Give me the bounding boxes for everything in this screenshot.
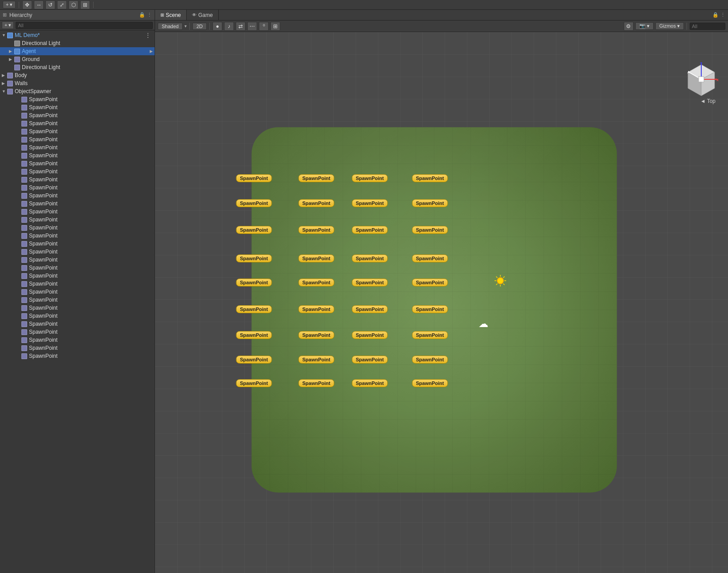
tree-item-sp7[interactable]: SpawnPoint (0, 143, 155, 151)
settings-btn[interactable]: ⚙ (624, 22, 634, 31)
hierarchy-add-btn[interactable]: + ▾ (2, 21, 14, 29)
tree-item-dir-light-2[interactable]: Directional Light (0, 63, 155, 71)
tree-item-dir-light-1[interactable]: Directional Light (0, 39, 155, 47)
spawn-point-label[interactable]: SpawnPoint (412, 305, 448, 313)
more-options-icon[interactable]: ⋮ (147, 12, 152, 18)
tree-item-sp19[interactable]: SpawnPoint (0, 240, 155, 248)
scene-viewport[interactable]: SpawnPointSpawnPointSpawnPointSpawnPoint… (155, 32, 728, 573)
spawn-point-label[interactable]: SpawnPoint (352, 278, 388, 286)
tree-item-sp11[interactable]: SpawnPoint (0, 176, 155, 184)
spawn-point-label[interactable]: SpawnPoint (352, 254, 388, 262)
spawn-point-label[interactable]: SpawnPoint (299, 174, 335, 182)
spawn-point-label[interactable]: SpawnPoint (236, 331, 272, 339)
tree-item-sp30[interactable]: SpawnPoint (0, 328, 155, 336)
spawn-point-label[interactable]: SpawnPoint (412, 226, 448, 234)
tree-item-sp31[interactable]: SpawnPoint (0, 336, 155, 344)
spawn-point-label[interactable]: SpawnPoint (299, 331, 335, 339)
2d-mode-btn[interactable]: 2D (192, 23, 207, 30)
tree-item-object-spawner[interactable]: ▼ObjectSpawner (0, 87, 155, 95)
tree-item-sp13[interactable]: SpawnPoint (0, 192, 155, 200)
shading-mode-btn[interactable]: Shaded (158, 23, 183, 30)
shading-dropdown-arrow[interactable]: ▾ (184, 24, 187, 29)
tree-item-sp15[interactable]: SpawnPoint (0, 208, 155, 216)
scene-more-icon[interactable]: ⋮ (720, 12, 725, 18)
spawn-point-label[interactable]: SpawnPoint (352, 331, 388, 339)
spawn-point-label[interactable]: SpawnPoint (236, 356, 272, 364)
spawn-point-label[interactable]: SpawnPoint (352, 305, 388, 313)
spawn-point-label[interactable]: SpawnPoint (412, 174, 448, 182)
spawn-point-label[interactable]: SpawnPoint (236, 174, 272, 182)
tree-item-sp23[interactable]: SpawnPoint (0, 272, 155, 280)
gizmos-btn[interactable]: Gizmos ▾ (655, 22, 684, 30)
tree-item-sp2[interactable]: SpawnPoint (0, 103, 155, 111)
tree-item-ml-demo[interactable]: ▼ML Demo*⋮ (0, 31, 155, 39)
tree-item-sp12[interactable]: SpawnPoint (0, 184, 155, 192)
tree-item-walls[interactable]: ▶Walls (0, 79, 155, 87)
spawn-point-label[interactable]: SpawnPoint (299, 356, 335, 364)
spawn-point-label[interactable]: SpawnPoint (236, 254, 272, 262)
camera-btn[interactable]: 📷 ▾ (635, 22, 654, 30)
hierarchy-search-input[interactable] (16, 22, 153, 29)
tree-item-sp10[interactable]: SpawnPoint (0, 168, 155, 176)
tree-item-sp14[interactable]: SpawnPoint (0, 200, 155, 208)
tree-item-sp4[interactable]: SpawnPoint (0, 119, 155, 127)
spawn-point-label[interactable]: SpawnPoint (236, 226, 272, 234)
tree-item-sp9[interactable]: SpawnPoint (0, 160, 155, 168)
spawn-point-label[interactable]: SpawnPoint (412, 254, 448, 262)
tree-item-sp27[interactable]: SpawnPoint (0, 304, 155, 312)
tree-item-sp25[interactable]: SpawnPoint (0, 288, 155, 296)
spawn-point-label[interactable]: SpawnPoint (236, 199, 272, 207)
transform-tool-1[interactable]: ✥ (22, 0, 32, 9)
lock-icon[interactable]: 🔒 (139, 12, 145, 18)
transform-tool-6[interactable]: ⊞ (80, 0, 90, 9)
transform-tool-2[interactable]: ↔ (34, 0, 44, 9)
tree-item-sp16[interactable]: SpawnPoint (0, 216, 155, 224)
spawn-point-label[interactable]: SpawnPoint (299, 379, 335, 387)
tree-item-sp6[interactable]: SpawnPoint (0, 135, 155, 143)
transform-tool-4[interactable]: ⤢ (57, 0, 67, 9)
spawn-point-label[interactable]: SpawnPoint (412, 331, 448, 339)
scene-layers-btn[interactable]: ⁰ (259, 22, 269, 31)
spawn-point-label[interactable]: SpawnPoint (236, 379, 272, 387)
transform-tool-3[interactable]: ↺ (45, 0, 55, 9)
tree-item-sp21[interactable]: SpawnPoint (0, 256, 155, 264)
spawn-point-label[interactable]: SpawnPoint (299, 226, 335, 234)
spawn-point-label[interactable]: SpawnPoint (299, 199, 335, 207)
spawn-point-label[interactable]: SpawnPoint (352, 379, 388, 387)
spawn-point-label[interactable]: SpawnPoint (352, 226, 388, 234)
spawn-point-label[interactable]: SpawnPoint (299, 305, 335, 313)
tree-item-sp22[interactable]: SpawnPoint (0, 264, 155, 272)
spawn-point-label[interactable]: SpawnPoint (299, 254, 335, 262)
tree-item-sp8[interactable]: SpawnPoint (0, 151, 155, 160)
tab-game[interactable]: 👁 Game (187, 10, 219, 20)
spawn-point-label[interactable]: SpawnPoint (412, 356, 448, 364)
transform-tool-5[interactable]: ⬡ (69, 0, 78, 9)
spawn-point-label[interactable]: SpawnPoint (236, 278, 272, 286)
tree-item-agent[interactable]: ▶Agent▶ (0, 47, 155, 55)
spawn-point-label[interactable]: SpawnPoint (299, 278, 335, 286)
spawn-point-label[interactable]: SpawnPoint (412, 199, 448, 207)
tree-item-sp3[interactable]: SpawnPoint (0, 111, 155, 119)
tree-item-sp18[interactable]: SpawnPoint (0, 232, 155, 240)
tree-item-body[interactable]: ▶Body (0, 71, 155, 79)
tree-item-sp28[interactable]: SpawnPoint (0, 312, 155, 320)
spawn-point-label[interactable]: SpawnPoint (236, 305, 272, 313)
scene-lock-icon[interactable]: 🔒 (712, 12, 719, 18)
spawn-point-label[interactable]: SpawnPoint (412, 278, 448, 286)
tree-item-ground[interactable]: ▶Ground (0, 55, 155, 63)
tree-item-sp32[interactable]: SpawnPoint (0, 344, 155, 352)
tree-item-sp20[interactable]: SpawnPoint (0, 248, 155, 256)
nav-cube[interactable]: x Z (683, 62, 719, 98)
scene-audio-btn[interactable]: ♪ (224, 22, 234, 31)
tree-item-sp17[interactable]: SpawnPoint (0, 224, 155, 232)
spawn-point-label[interactable]: SpawnPoint (352, 174, 388, 182)
tree-item-sp29[interactable]: SpawnPoint (0, 320, 155, 328)
scene-fx-btn[interactable]: ⇄ (236, 22, 245, 31)
tree-item-sp1[interactable]: SpawnPoint (0, 95, 155, 103)
scene-grid-btn[interactable]: ⊞ (270, 22, 280, 31)
spawn-point-label[interactable]: SpawnPoint (352, 199, 388, 207)
tree-item-sp5[interactable]: SpawnPoint (0, 127, 155, 135)
hierarchy-tree[interactable]: ▼ML Demo*⋮Directional Light▶Agent▶▶Groun… (0, 30, 155, 573)
spawn-point-label[interactable]: SpawnPoint (412, 379, 448, 387)
scene-search-input[interactable] (690, 23, 725, 30)
